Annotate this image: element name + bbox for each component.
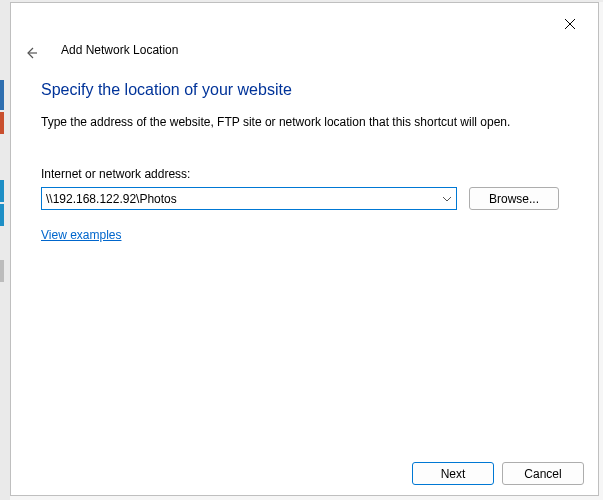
chevron-down-icon xyxy=(442,196,452,202)
next-button[interactable]: Next xyxy=(412,462,494,485)
footer-buttons: Next Cancel xyxy=(412,462,584,485)
address-input[interactable] xyxy=(42,188,438,209)
address-combobox[interactable] xyxy=(41,187,457,210)
address-dropdown-button[interactable] xyxy=(438,188,456,209)
close-button[interactable] xyxy=(548,9,592,39)
view-examples-link[interactable]: View examples xyxy=(41,228,121,242)
arrow-left-icon xyxy=(23,45,39,61)
page-description: Type the address of the website, FTP sit… xyxy=(41,115,568,129)
title-bar: Add Network Location xyxy=(11,3,598,61)
browse-button[interactable]: Browse... xyxy=(469,187,559,210)
window-title: Add Network Location xyxy=(61,43,178,57)
cancel-button[interactable]: Cancel xyxy=(502,462,584,485)
back-button[interactable] xyxy=(21,43,41,63)
page-heading: Specify the location of your website xyxy=(41,81,568,99)
close-icon xyxy=(564,18,576,30)
wizard-window: Add Network Location Specify the locatio… xyxy=(10,2,599,496)
background-left-edge xyxy=(0,0,10,500)
address-label: Internet or network address: xyxy=(41,167,568,181)
content-area: Specify the location of your website Typ… xyxy=(41,81,568,242)
